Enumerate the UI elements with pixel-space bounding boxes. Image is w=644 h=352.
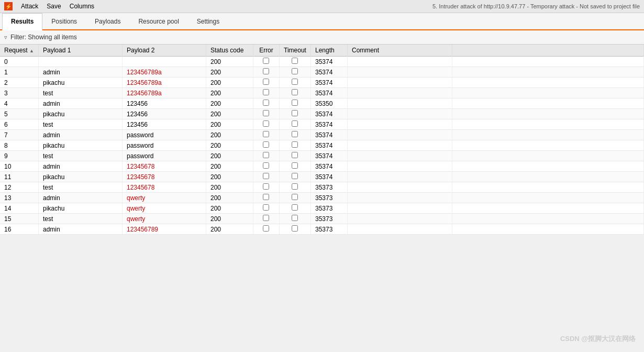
cell-timeout[interactable] xyxy=(279,224,310,235)
cell-status: 200 xyxy=(206,151,253,161)
col-header-status[interactable]: Status code xyxy=(206,45,253,57)
tab-results[interactable]: Results xyxy=(2,13,42,30)
table-row[interactable]: 13adminqwerty20035373 xyxy=(0,193,644,203)
cell-length: 35373 xyxy=(310,214,347,224)
menu-columns[interactable]: Columns xyxy=(70,3,94,10)
col-header-payload2[interactable]: Payload 2 xyxy=(122,45,206,57)
cell-extra xyxy=(452,140,643,151)
table-row[interactable]: 020035374 xyxy=(0,57,644,67)
cell-timeout[interactable] xyxy=(279,161,310,172)
cell-timeout[interactable] xyxy=(279,119,310,130)
table-row[interactable]: 1admin123456789a20035374 xyxy=(0,67,644,78)
cell-status: 200 xyxy=(206,140,253,151)
col-header-request[interactable]: Request ▲ xyxy=(0,45,38,57)
filter-text: Filter: Showing all items xyxy=(10,34,77,41)
cell-comment xyxy=(347,172,452,182)
cell-status: 200 xyxy=(206,214,253,224)
cell-comment xyxy=(347,119,452,130)
cell-comment xyxy=(347,224,452,235)
cell-timeout[interactable] xyxy=(279,214,310,224)
cell-payload2: 123456789a xyxy=(122,67,206,78)
table-row[interactable]: 15testqwerty20035373 xyxy=(0,214,644,224)
cell-payload2: 123456 xyxy=(122,98,206,109)
cell-error[interactable] xyxy=(253,98,279,109)
tab-payloads[interactable]: Payloads xyxy=(86,13,129,29)
cell-error[interactable] xyxy=(253,151,279,161)
cell-error[interactable] xyxy=(253,182,279,193)
cell-timeout[interactable] xyxy=(279,67,310,78)
cell-payload1: admin xyxy=(38,161,122,172)
menu-save[interactable]: Save xyxy=(47,3,61,10)
cell-payload1: pikachu xyxy=(38,203,122,214)
cell-timeout[interactable] xyxy=(279,109,310,119)
cell-request: 3 xyxy=(0,88,38,98)
cell-error[interactable] xyxy=(253,203,279,214)
cell-payload2: 123456 xyxy=(122,109,206,119)
cell-timeout[interactable] xyxy=(279,172,310,182)
cell-timeout[interactable] xyxy=(279,98,310,109)
cell-error[interactable] xyxy=(253,140,279,151)
cell-payload2: 123456789a xyxy=(122,78,206,88)
cell-comment xyxy=(347,161,452,172)
cell-error[interactable] xyxy=(253,130,279,140)
table-row[interactable]: 8pikachupassword20035374 xyxy=(0,140,644,151)
table-row[interactable]: 5pikachu12345620035374 xyxy=(0,109,644,119)
cell-extra xyxy=(452,119,643,130)
cell-timeout[interactable] xyxy=(279,57,310,67)
table-row[interactable]: 11pikachu1234567820035374 xyxy=(0,172,644,182)
table-row[interactable]: 3test123456789a20035374 xyxy=(0,88,644,98)
cell-comment xyxy=(347,57,452,67)
tab-settings[interactable]: Settings xyxy=(188,13,228,29)
menu-attack[interactable]: Attack xyxy=(21,3,38,10)
col-header-timeout[interactable]: Timeout xyxy=(279,45,310,57)
cell-request: 13 xyxy=(0,193,38,203)
cell-comment xyxy=(347,88,452,98)
cell-timeout[interactable] xyxy=(279,78,310,88)
col-header-extra xyxy=(452,45,643,57)
table-row[interactable]: 6test12345620035374 xyxy=(0,119,644,130)
table-row[interactable]: 4admin12345620035350 xyxy=(0,98,644,109)
cell-timeout[interactable] xyxy=(279,88,310,98)
cell-timeout[interactable] xyxy=(279,182,310,193)
table-row[interactable]: 2pikachu123456789a20035374 xyxy=(0,78,644,88)
cell-request: 2 xyxy=(0,78,38,88)
cell-error[interactable] xyxy=(253,161,279,172)
table-row[interactable]: 10admin1234567820035374 xyxy=(0,161,644,172)
table-row[interactable]: 9testpassword20035374 xyxy=(0,151,644,161)
cell-comment xyxy=(347,98,452,109)
cell-error[interactable] xyxy=(253,214,279,224)
cell-error[interactable] xyxy=(253,224,279,235)
cell-error[interactable] xyxy=(253,78,279,88)
cell-error[interactable] xyxy=(253,57,279,67)
table-row[interactable]: 14pikachuqwerty20035373 xyxy=(0,203,644,214)
cell-error[interactable] xyxy=(253,172,279,182)
cell-request: 11 xyxy=(0,172,38,182)
cell-timeout[interactable] xyxy=(279,140,310,151)
cell-comment xyxy=(347,109,452,119)
cell-error[interactable] xyxy=(253,88,279,98)
cell-length: 35374 xyxy=(310,109,347,119)
cell-error[interactable] xyxy=(253,67,279,78)
cell-payload1: pikachu xyxy=(38,78,122,88)
cell-status: 200 xyxy=(206,88,253,98)
col-header-payload1[interactable]: Payload 1 xyxy=(38,45,122,57)
cell-error[interactable] xyxy=(253,109,279,119)
cell-timeout[interactable] xyxy=(279,130,310,140)
table-row[interactable]: 12test1234567820035373 xyxy=(0,182,644,193)
cell-timeout[interactable] xyxy=(279,151,310,161)
col-header-length[interactable]: Length xyxy=(310,45,347,57)
cell-error[interactable] xyxy=(253,119,279,130)
col-header-error[interactable]: Error xyxy=(253,45,279,57)
table-row[interactable]: 7adminpassword20035374 xyxy=(0,130,644,140)
cell-timeout[interactable] xyxy=(279,203,310,214)
col-header-comment[interactable]: Comment xyxy=(347,45,452,57)
table-row[interactable]: 16admin12345678920035373 xyxy=(0,224,644,235)
results-table: Request ▲ Payload 1 Payload 2 Status cod… xyxy=(0,45,644,235)
cell-payload2: password xyxy=(122,140,206,151)
cell-error[interactable] xyxy=(253,193,279,203)
tab-resource-pool[interactable]: Resource pool xyxy=(129,13,187,29)
filter-bar: ▿ Filter: Showing all items xyxy=(0,30,644,45)
tab-positions[interactable]: Positions xyxy=(42,13,86,29)
cell-request: 5 xyxy=(0,109,38,119)
cell-timeout[interactable] xyxy=(279,193,310,203)
